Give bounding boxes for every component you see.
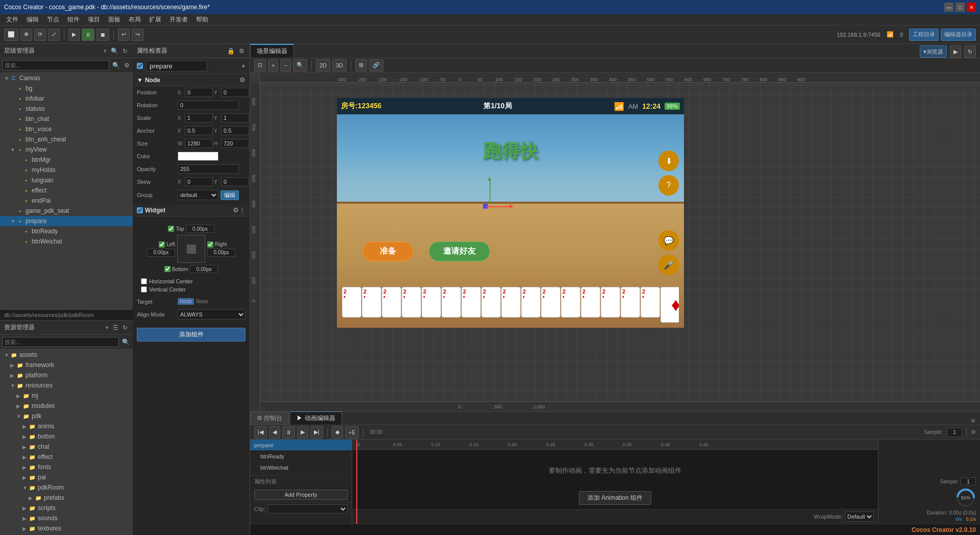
anim-play-btn[interactable]: ◀ [269, 426, 280, 439]
anim-track-prepare[interactable]: prepare [250, 440, 352, 451]
menu-item-文件[interactable]: 文件 [2, 14, 22, 26]
menu-item-组件[interactable]: 组件 [63, 14, 84, 26]
tree-item-btnmgr[interactable]: ▪ btnMgr [0, 155, 133, 165]
2d-btn[interactable]: 2D [316, 59, 330, 71]
asset-search-icon[interactable]: 🔍 [121, 337, 131, 347]
hierarchy-settings-icon[interactable]: ⚙ [123, 61, 131, 70]
tree-item-luoguan[interactable]: ▪ luoguan [0, 175, 133, 185]
control-tab[interactable]: ⚙ 控制台 [250, 411, 289, 425]
menu-item-编辑[interactable]: 编辑 [22, 14, 43, 26]
inspector-add-btn[interactable]: + [241, 62, 246, 70]
group-select[interactable]: default [178, 190, 218, 200]
widget-top-input[interactable] [186, 225, 214, 233]
snap-btn[interactable]: 🔗 [369, 59, 383, 71]
maximize-button[interactable]: □ [955, 3, 965, 12]
tree-item-btnweichat[interactable]: ▪ btnWeichat [0, 236, 133, 247]
asset-item-platform[interactable]: ▶ 📁 platform [0, 370, 133, 380]
invite-button[interactable]: 邀请好友 [429, 241, 490, 261]
toolbar-btn-7[interactable]: ⏹ [96, 29, 109, 41]
asset-list-btn[interactable]: ☰ [112, 323, 119, 332]
widget-vcenter-label[interactable]: Vertical Center [141, 286, 241, 293]
menu-item-扩展[interactable]: 扩展 [145, 14, 165, 26]
align-mode-select[interactable]: ALWAYS ONCE [178, 309, 246, 320]
toolbar-btn-3[interactable]: ⟳ [34, 29, 46, 41]
menu-item-帮助[interactable]: 帮助 [192, 14, 212, 26]
anim-panel-close[interactable]: ✕ [966, 417, 980, 425]
node-section-header[interactable]: ▼ Node ⚙ [133, 74, 250, 86]
menu-item-项目[interactable]: 项目 [84, 14, 104, 26]
widget-bottom-checkbox[interactable] [164, 266, 170, 272]
asset-item-pai[interactable]: ▶ 📁 pai [0, 472, 133, 482]
scene-editor-tab[interactable]: 场景编辑器 [250, 44, 294, 58]
toolbar-btn-redo[interactable]: ↪ [132, 29, 143, 41]
scene-refresh-button[interactable]: ↻ [964, 45, 976, 58]
close-button[interactable]: ✕ [967, 3, 976, 12]
asset-item-mj[interactable]: ▶ 📁 mj [0, 391, 133, 401]
inspector-settings-btn[interactable]: ⚙ [238, 46, 246, 56]
toolbar-btn-undo[interactable]: ↩ [118, 29, 130, 41]
widget-hcenter-label[interactable]: Horizontal Center [141, 278, 241, 284]
size-w-input[interactable] [185, 139, 213, 148]
tree-item-bg[interactable]: ▪ bg [0, 83, 133, 93]
anim-keyframe-btn[interactable]: ◆ [332, 426, 343, 439]
anim-next-frame[interactable]: ▶| [310, 426, 323, 439]
widget-left-checkbox[interactable] [159, 241, 165, 248]
anim-settings-btn[interactable]: ⚙ [971, 429, 976, 435]
anim-track-btnweichat[interactable]: btnWeichat [250, 462, 352, 473]
project-dir-button[interactable]: 工程目录 [909, 29, 939, 41]
zoom-out-btn[interactable]: − [280, 59, 290, 71]
menu-item-开发者[interactable]: 开发者 [165, 14, 192, 26]
asset-item-sounds[interactable]: ▶ 📁 sounds [0, 513, 133, 523]
hierarchy-add-btn[interactable]: + [102, 46, 108, 56]
widget-section-header[interactable]: Widget ⚙ ⋮ [133, 204, 250, 216]
color-swatch[interactable] [178, 152, 218, 161]
editor-dir-button[interactable]: 编辑器目录 [941, 29, 976, 41]
node-section-settings[interactable]: ⚙ [239, 76, 246, 84]
anim-stop-btn[interactable]: ⏸ [282, 426, 295, 439]
tree-item-myholds[interactable]: ▪ myHolds [0, 165, 133, 175]
mic-btn[interactable]: 🎤 [658, 255, 679, 275]
widget-vcenter-checkbox[interactable] [141, 286, 147, 293]
add-property-button[interactable]: Add Property [254, 490, 348, 500]
asset-item-pdk[interactable]: ▼ 📁 pdk [0, 411, 133, 421]
anim-add-event[interactable]: +E [345, 426, 359, 439]
chat-side-btn[interactable]: 💬 [658, 230, 679, 251]
toolbar-btn-1[interactable]: ⬜ [4, 29, 18, 41]
position-y-input[interactable] [221, 88, 249, 97]
anim-editor-tab[interactable]: ▶ 动画编辑器 [290, 411, 341, 425]
anim-play-fwd[interactable]: ▶ [297, 426, 308, 439]
asset-item-framework[interactable]: ▶ 📁 framework [0, 360, 133, 370]
position-x-input[interactable] [185, 88, 213, 97]
asset-item-modules[interactable]: ▶ 📁 modules [0, 401, 133, 411]
tree-item-btn-voice[interactable]: ▪ btn_voice [0, 124, 133, 134]
widget-bottom-label[interactable]: Bottom [164, 266, 188, 272]
size-h-input[interactable] [221, 139, 249, 148]
browse-button[interactable]: ▾ 浏览器 [920, 45, 947, 58]
asset-item-pdkroom[interactable]: ▼ 📁 pdkRoom [0, 482, 133, 493]
tree-item-btn-anh[interactable]: ▪ btn_anh_cheat [0, 134, 133, 144]
help-btn[interactable]: ? [658, 175, 679, 196]
widget-right-label[interactable]: Right [207, 241, 227, 248]
tree-item-game-pdk-seat[interactable]: ▪ game_pdk_seat [0, 206, 133, 216]
widget-bottom-input[interactable] [190, 265, 218, 273]
group-edit-button[interactable]: 编辑 [220, 190, 239, 200]
scale-y-input[interactable] [221, 113, 249, 123]
tree-item-effect[interactable]: ▪ effect [0, 185, 133, 196]
widget-left-label[interactable]: Left [159, 241, 175, 248]
widget-right-input[interactable] [207, 249, 235, 257]
asset-item-resources[interactable]: ▼ 📁 resources [0, 380, 133, 391]
asset-item-scripts[interactable]: ▶ 📁 scripts [0, 503, 133, 513]
asset-item-chat[interactable]: ▶ 📁 chat [0, 442, 133, 452]
widget-top-label[interactable]: Top [168, 226, 184, 232]
asset-item-prefabs[interactable]: ▶ 📁 prefabs [0, 493, 133, 503]
tree-item-btn-chat[interactable]: ▪ btn_chat [0, 114, 133, 124]
anchor-x-input[interactable] [185, 126, 213, 135]
hierarchy-search-btn[interactable]: 🔍 [110, 46, 119, 56]
scale-x-input[interactable] [185, 113, 213, 123]
scene-search-btn[interactable]: 🔍 [293, 59, 307, 71]
tree-item-btnready[interactable]: ▪ btnReady [0, 226, 133, 236]
ready-button[interactable]: 准备 [362, 241, 413, 261]
toolbar-btn-5[interactable]: ▶ [68, 29, 80, 41]
add-anim-component-button[interactable]: 添加 Animation 组件 [579, 491, 651, 505]
widget-hcenter-checkbox[interactable] [141, 278, 147, 284]
